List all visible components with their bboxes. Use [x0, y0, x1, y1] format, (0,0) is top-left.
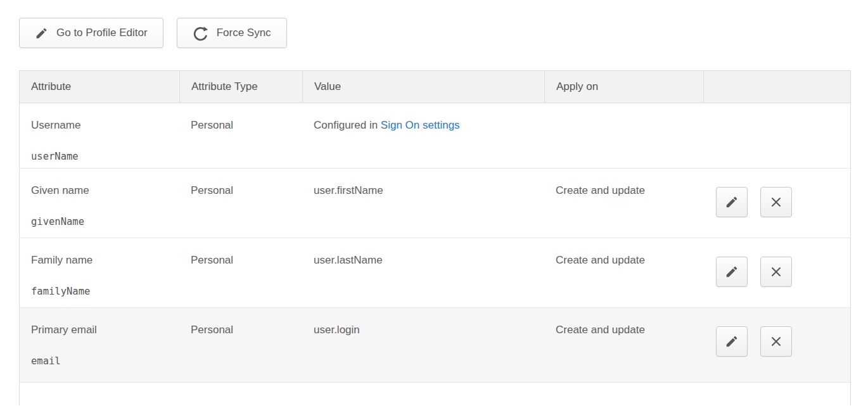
attribute-mappings-page: Go to Profile Editor Force Sync Attribut… [0, 0, 868, 405]
table-row-partial [20, 383, 850, 405]
delete-attribute-button[interactable] [760, 326, 792, 357]
close-icon [769, 265, 783, 279]
attribute-variable-name: givenName [31, 216, 168, 227]
header-apply-on: Apply on [544, 71, 703, 103]
value-prefix-text: Configured in [314, 119, 381, 131]
go-to-profile-editor-label: Go to Profile Editor [56, 27, 148, 39]
attribute-variable-name: userName [31, 151, 168, 162]
delete-attribute-button[interactable] [760, 187, 792, 217]
pencil-icon [725, 335, 739, 348]
apply-on-cell: Create and update [544, 238, 703, 307]
attribute-type-cell: Personal [179, 308, 302, 382]
pencil-icon [725, 195, 739, 209]
header-attribute: Attribute [20, 71, 179, 103]
attribute-variable-name: email [31, 355, 168, 367]
value-cell: user.login [302, 308, 544, 382]
actions-cell [703, 238, 850, 307]
attribute-cell: Primary email email [20, 308, 179, 382]
attribute-label: Primary email [31, 324, 168, 336]
force-sync-label: Force Sync [217, 27, 271, 39]
apply-on-cell: Create and update [544, 169, 703, 238]
delete-attribute-button[interactable] [760, 257, 792, 287]
toolbar: Go to Profile Editor Force Sync [19, 18, 868, 48]
edit-attribute-button[interactable] [716, 257, 748, 287]
value-cell: Configured in Sign On settings [302, 103, 544, 168]
table-row-username: Username userName Personal Configured in… [20, 103, 850, 169]
header-attribute-type: Attribute Type [179, 71, 302, 103]
header-actions [703, 71, 850, 103]
attribute-label: Family name [31, 254, 168, 267]
refresh-icon [193, 25, 208, 41]
attribute-mapping-table: Attribute Attribute Type Value Apply on … [19, 70, 851, 405]
pencil-icon [35, 27, 48, 40]
attribute-label: Given name [31, 184, 168, 197]
table-row-family-name: Family name familyName Personal user.las… [20, 238, 850, 308]
edit-attribute-button[interactable] [716, 187, 748, 217]
value-cell: user.lastName [302, 238, 544, 307]
sign-on-settings-link[interactable]: Sign On settings [381, 119, 460, 131]
apply-on-cell: Create and update [544, 308, 703, 382]
actions-cell [703, 103, 850, 168]
attribute-cell: Username userName [20, 103, 179, 168]
force-sync-button[interactable]: Force Sync [177, 18, 287, 48]
header-value: Value [302, 71, 544, 103]
attribute-type-cell: Personal [179, 103, 302, 168]
table-row-primary-email: Primary email email Personal user.login … [20, 308, 850, 383]
attribute-type-cell: Personal [179, 169, 302, 238]
apply-on-cell [544, 103, 703, 168]
actions-cell [703, 308, 850, 382]
table-header-row: Attribute Attribute Type Value Apply on [20, 71, 850, 103]
table-row-given-name: Given name givenName Personal user.first… [20, 169, 850, 238]
attribute-type-cell: Personal [179, 238, 302, 307]
attribute-variable-name: familyName [31, 286, 168, 297]
pencil-icon [725, 265, 739, 279]
value-cell: user.firstName [302, 169, 544, 238]
actions-cell [703, 169, 850, 238]
attribute-cell: Family name familyName [20, 238, 179, 307]
go-to-profile-editor-button[interactable]: Go to Profile Editor [19, 18, 163, 48]
edit-attribute-button[interactable] [716, 326, 748, 357]
attribute-cell: Given name givenName [20, 169, 179, 238]
close-icon [769, 335, 783, 348]
attribute-label: Username [31, 119, 168, 132]
close-icon [769, 195, 783, 209]
